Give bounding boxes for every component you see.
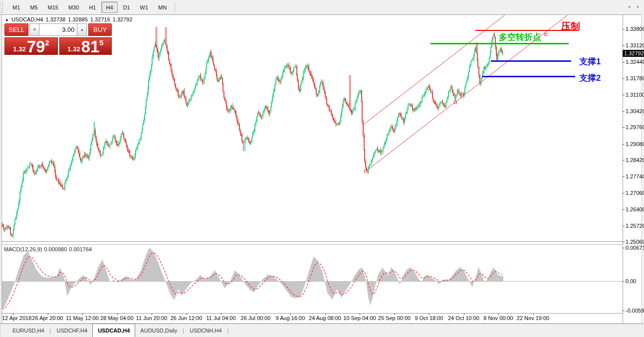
price-axis-tick	[623, 111, 625, 112]
annotation-line-pivot[interactable]	[430, 43, 569, 44]
date-axis-label: 8 Nov 00:00	[483, 315, 513, 321]
ohlc-high: 1.32885	[68, 16, 88, 22]
tab-usdcad-h4[interactable]: USDCAD,H4	[92, 324, 135, 337]
toolbar-separator	[175, 2, 175, 12]
ohlc-open: 1.32738	[46, 16, 66, 22]
timeframe-button-m15[interactable]: M15	[43, 1, 63, 13]
price-axis-tick	[623, 127, 625, 128]
toolbar-grip[interactable]	[2, 2, 4, 13]
buy-button[interactable]: BUY	[88, 23, 112, 36]
annotation-text-resistance[interactable]: 压制	[561, 20, 580, 33]
date-axis-tick	[360, 313, 360, 315]
chart-tab-bar: EURUSD,H4|USDCHF,H4USDCAD,H4AUDUSD,Daily…	[0, 324, 644, 337]
sell-price-sup: 2	[45, 38, 49, 47]
macd-axis-label: 0.006718	[626, 245, 644, 251]
timeframe-button-w1[interactable]: W1	[136, 1, 153, 13]
date-axis-tick	[325, 313, 326, 315]
annotation-text-support2[interactable]: 支撑2	[579, 72, 601, 84]
timeframe-toolbar: M1M5M15M30H1H4D1W1MN	[0, 0, 644, 15]
tab-separator: |	[183, 328, 184, 334]
date-axis-tick	[290, 313, 291, 315]
price-axis-tick	[623, 193, 625, 193]
sell-button[interactable]: SELL	[4, 23, 28, 36]
price-axis-label: 1.27740	[626, 173, 644, 179]
macd-indicator-label: MACD(12,26,9)0.0009800.001764	[4, 246, 94, 252]
price-axis-tick	[623, 78, 625, 79]
price-axis-label: 1.30420	[626, 108, 644, 114]
timeframe-button-m1[interactable]: M1	[8, 1, 24, 13]
price-axis-label: 1.27060	[626, 190, 644, 196]
tab-eurusd-h4[interactable]: EURUSD,H4	[7, 324, 49, 337]
timeframe-button-h1[interactable]: H1	[84, 1, 100, 13]
macd-axis-tick	[623, 281, 625, 282]
mt4-window: M1M5M15M30H1H4D1W1MN ▲USDCAD,H41.327381.…	[0, 0, 644, 337]
price-axis-label: 1.33120	[626, 42, 644, 48]
date-axis-tick	[533, 313, 534, 315]
buy-price-button[interactable]: 1.32 81 5	[59, 37, 112, 55]
price-axis-tick	[623, 29, 625, 29]
buy-price-prefix: 1.32	[67, 46, 80, 54]
tab-scroll-left-icon[interactable]: ◂	[628, 4, 631, 9]
volume-decrease-button[interactable]: ▼	[29, 23, 39, 36]
one-click-trade-panel: SELL ▼ ▲ BUY 1.32 79 2 1.32 81 5	[4, 23, 112, 55]
collapse-arrow-icon[interactable]: ▲	[5, 17, 9, 22]
price-axis-label: 1.31100	[626, 92, 644, 98]
macd-axis-label: -0.005925	[626, 308, 644, 314]
macd-signal-value: 0.001764	[69, 246, 92, 252]
date-axis-label: 9 Oct 18:00	[415, 315, 443, 321]
annotation-text-support1[interactable]: 支撑1	[579, 56, 601, 67]
chart-title: ▲USDCAD,H41.327381.328851.327161.32792	[5, 16, 135, 22]
price-axis-label: 1.25060	[626, 239, 644, 245]
price-axis-tick	[623, 209, 625, 210]
sell-price-button[interactable]: 1.32 79 2	[4, 37, 58, 55]
sell-price-prefix: 1.32	[13, 46, 25, 54]
ohlc-close: 1.32792	[113, 16, 133, 22]
annotation-text-pivot[interactable]: 多空转折点	[499, 31, 541, 43]
timeframe-button-m5[interactable]: M5	[25, 1, 42, 13]
timeframe-button-d1[interactable]: D1	[119, 1, 135, 13]
date-axis-label: 10 Sep 04:00	[343, 315, 376, 321]
date-axis-label: 9 Aug 16:00	[276, 315, 305, 321]
price-axis-tick	[623, 242, 625, 242]
volume-input[interactable]	[39, 23, 77, 36]
tab-usdcnh-h4[interactable]: USDCNH,H4	[185, 324, 226, 337]
macd-axis-label: 0.00	[626, 278, 636, 284]
price-axis-label: 1.28420	[626, 157, 644, 163]
tab-usdchf-h4[interactable]: USDCHF,H4	[51, 324, 92, 337]
timeframe-button-mn[interactable]: MN	[154, 1, 171, 13]
tab-scroll-right-icon[interactable]: ▸	[637, 4, 640, 9]
price-axis-tick	[623, 176, 625, 177]
macd-name: MACD(12,26,9)	[4, 246, 42, 252]
current-price-tag: 1.32792	[623, 50, 644, 57]
price-axis-tick	[623, 226, 625, 226]
macd-axis-tick	[623, 248, 625, 248]
date-axis-label: 26 Apr 20:00	[32, 315, 63, 321]
date-axis-label: 22 Nov 19:00	[517, 315, 549, 321]
date-axis-label: 11 Jul 04:00	[206, 315, 235, 321]
date-axis-label: 11 Jun 20:00	[136, 315, 168, 321]
sell-price-big: 79	[27, 40, 45, 54]
price-axis-label: 1.31780	[626, 75, 644, 81]
buy-price-sup: 5	[99, 38, 103, 47]
tab-separator: |	[50, 328, 51, 334]
date-axis-label: 25 Sep 00:00	[378, 315, 411, 321]
timeframe-button-m30[interactable]: M30	[64, 1, 83, 13]
date-axis-label: 26 Jul 00:00	[241, 315, 271, 321]
date-axis-tick	[221, 313, 221, 315]
date-axis-label: 24 Oct 10:00	[448, 315, 479, 321]
volume-stepper: ▼ ▲	[29, 23, 87, 36]
price-axis-label: 1.29080	[626, 141, 644, 147]
timeframe-button-h4[interactable]: H4	[101, 1, 117, 13]
date-axis-label: 28 May 04:00	[100, 315, 134, 321]
annotation-line-support1[interactable]	[491, 60, 571, 62]
price-axis-tick	[623, 62, 625, 62]
date-axis-tick	[395, 313, 395, 315]
date-axis-tick	[82, 313, 83, 315]
tab-audusd-daily[interactable]: AUDUSD,Daily	[135, 324, 182, 337]
price-axis-tick	[623, 45, 625, 46]
annotation-line-support2[interactable]	[482, 76, 575, 77]
date-axis-tick	[48, 313, 48, 315]
volume-increase-button[interactable]: ▲	[77, 23, 87, 36]
price-axis-label: 1.29760	[626, 124, 644, 130]
date-axis-label: 24 Aug 08:00	[309, 315, 341, 321]
